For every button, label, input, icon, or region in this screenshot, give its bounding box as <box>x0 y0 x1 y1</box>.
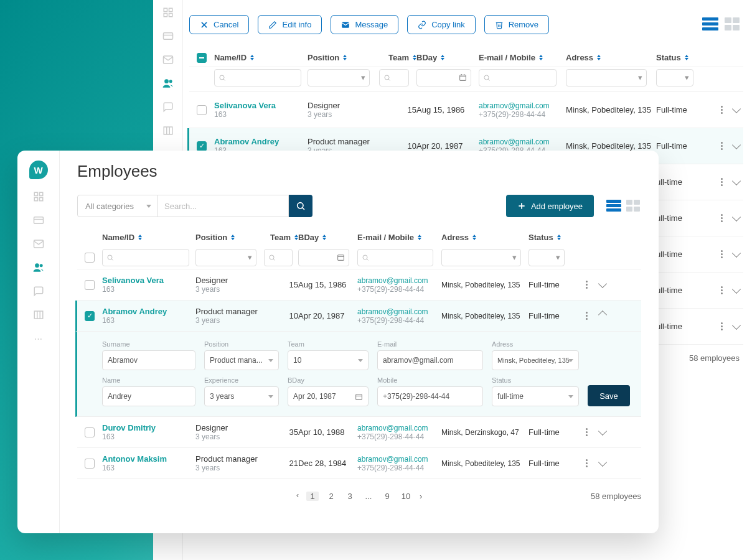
email-input[interactable]: abramov@gmail.com <box>377 350 483 370</box>
filter-email-input[interactable] <box>357 249 433 266</box>
experience-select[interactable]: 3 years <box>204 386 279 406</box>
add-employee-button[interactable]: Add employee <box>506 195 594 217</box>
search-input[interactable]: Search... <box>158 195 289 217</box>
expand-icon[interactable] <box>598 279 607 288</box>
more-icon[interactable]: ⋯ <box>32 332 45 345</box>
expand-icon[interactable] <box>732 213 741 222</box>
card-icon[interactable] <box>32 214 45 226</box>
table-row[interactable]: Selivanova Vera163 Designer3 years 15 Au… <box>77 269 641 301</box>
row-checkbox[interactable] <box>85 280 95 290</box>
expand-icon[interactable] <box>598 427 607 436</box>
table-row[interactable]: Antonov Maksim163 Product manager3 years… <box>77 448 641 479</box>
grid-icon[interactable] <box>32 309 45 321</box>
employee-name-link[interactable]: Durov Dmitriy <box>102 423 195 432</box>
prev-page-button[interactable]: › <box>296 492 299 501</box>
cancel-button[interactable]: Cancel <box>189 15 249 34</box>
sort-icon[interactable] <box>557 235 561 240</box>
status-select[interactable]: full-time <box>492 386 579 406</box>
row-checkbox[interactable] <box>85 311 95 321</box>
expand-icon[interactable] <box>732 249 741 258</box>
sort-icon[interactable] <box>231 235 235 240</box>
employee-name-link[interactable]: Selivanova Vera <box>214 101 308 110</box>
dashboard-icon[interactable] <box>162 6 174 19</box>
sort-icon[interactable] <box>441 55 444 60</box>
surname-input[interactable]: Abramov <box>102 350 195 370</box>
grid-icon[interactable] <box>162 124 174 137</box>
row-checkbox[interactable] <box>85 427 95 437</box>
page-button[interactable]: 1 <box>306 492 319 501</box>
bday-input[interactable]: Apr 20, 1987 <box>288 386 369 406</box>
employee-name-link[interactable]: Antonov Maksim <box>102 454 195 464</box>
filter-status-select[interactable]: ▾ <box>529 249 565 266</box>
page-button[interactable]: 9 <box>381 492 393 501</box>
list-view-icon[interactable] <box>606 200 621 212</box>
row-menu-icon[interactable] <box>582 312 591 320</box>
employee-name-link[interactable]: Selivanova Vera <box>102 276 195 285</box>
mobile-input[interactable]: +375(29)-298-44-44 <box>377 386 483 406</box>
sort-icon[interactable] <box>138 235 142 240</box>
row-menu-icon[interactable] <box>582 428 591 436</box>
category-select[interactable]: All categories <box>77 195 158 217</box>
grid-view-icon[interactable] <box>626 200 641 212</box>
table-row[interactable]: Abramov Andrey163 Product manager3 years… <box>75 301 641 332</box>
search-button[interactable] <box>289 195 312 217</box>
chat-icon[interactable] <box>162 101 174 113</box>
row-menu-icon[interactable] <box>717 322 726 330</box>
sort-icon[interactable] <box>597 55 601 60</box>
filter-bday-input[interactable] <box>298 249 349 266</box>
row-menu-icon[interactable] <box>582 459 591 467</box>
sort-icon[interactable] <box>418 235 421 240</box>
table-row[interactable]: Selivanova Vera163 Designer3 years 15 Au… <box>189 92 743 128</box>
expand-icon[interactable] <box>732 141 741 149</box>
remove-button[interactable]: Remove <box>484 15 549 34</box>
chat-icon[interactable] <box>32 285 45 297</box>
filter-email-input[interactable] <box>479 69 557 86</box>
filter-name-input[interactable] <box>102 249 189 266</box>
page-button[interactable]: 2 <box>325 492 337 501</box>
row-checkbox[interactable] <box>85 459 95 469</box>
next-page-button[interactable]: › <box>420 492 422 501</box>
row-checkbox[interactable] <box>197 141 207 151</box>
expand-icon[interactable] <box>732 285 741 294</box>
team-select[interactable]: 10 <box>288 350 369 370</box>
row-menu-icon[interactable] <box>717 286 726 294</box>
sort-icon[interactable] <box>472 235 476 240</box>
filter-position-select[interactable]: ▾ <box>308 69 370 86</box>
expand-icon[interactable] <box>732 105 741 113</box>
sort-icon[interactable] <box>685 55 688 60</box>
row-menu-icon[interactable] <box>717 142 726 150</box>
filter-name-input[interactable] <box>214 69 301 86</box>
filter-position-select[interactable]: ▾ <box>195 249 256 266</box>
row-checkbox[interactable] <box>197 105 207 115</box>
grid-view-icon[interactable] <box>725 17 741 31</box>
filter-status-select[interactable]: ▾ <box>656 69 693 86</box>
row-menu-icon[interactable] <box>717 214 726 222</box>
people-icon[interactable] <box>32 261 45 274</box>
filter-team-input[interactable] <box>264 249 293 266</box>
people-icon[interactable] <box>162 77 174 90</box>
position-select[interactable]: Product mana... <box>204 350 279 370</box>
filter-address-select[interactable]: ▾ <box>441 249 521 266</box>
card-icon[interactable] <box>162 30 174 42</box>
sort-icon[interactable] <box>539 55 543 60</box>
mail-icon[interactable] <box>32 238 45 250</box>
select-all-checkbox[interactable] <box>85 253 95 263</box>
filter-team-input[interactable] <box>379 69 409 86</box>
sort-icon[interactable] <box>322 235 326 240</box>
message-button[interactable]: Message <box>331 15 398 34</box>
select-all-checkbox[interactable] <box>197 53 207 63</box>
mail-icon[interactable] <box>162 54 174 66</box>
expand-icon[interactable] <box>732 321 741 330</box>
sort-icon[interactable] <box>250 55 254 60</box>
list-view-icon[interactable] <box>702 17 718 31</box>
row-menu-icon[interactable] <box>582 281 591 289</box>
expand-icon[interactable] <box>598 458 607 467</box>
row-menu-icon[interactable] <box>717 178 726 186</box>
name-input[interactable]: Andrey <box>102 386 195 406</box>
page-button[interactable]: 3 <box>344 492 356 501</box>
dashboard-icon[interactable] <box>32 190 45 203</box>
expand-icon[interactable] <box>598 310 607 319</box>
table-row[interactable]: Durov Dmitriy163 Designer3 years 35 Apr … <box>77 417 641 448</box>
address-select[interactable]: Minsk, Pobediteley, 135 <box>492 350 579 370</box>
employee-name-link[interactable]: Abramov Andrey <box>102 307 195 316</box>
